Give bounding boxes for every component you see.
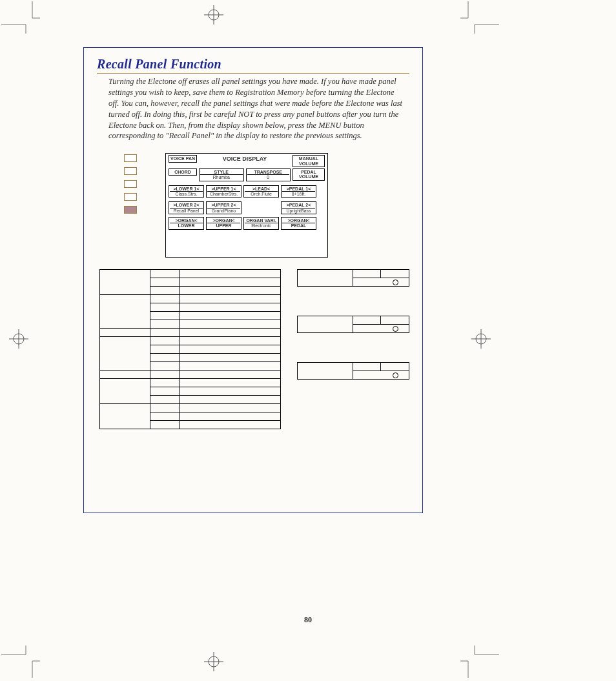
radio-marker <box>393 326 398 332</box>
lcd-lower2: >LOWER 2< Recall Panel <box>169 201 204 214</box>
lcd-pedal1: >PEDAL 1<8+16ft. <box>281 185 316 198</box>
lcd-pedal-volume: PEDAL VOLUME <box>293 168 325 181</box>
content-frame: Recall Panel Function Turning the Electo… <box>83 47 423 513</box>
lcd-chord: CHORD <box>169 168 197 176</box>
swatch <box>124 154 137 162</box>
lcd-upper2: >UPPER 2<GrandPiano <box>206 201 241 214</box>
swatch <box>124 193 137 201</box>
settings-table-left <box>99 269 281 429</box>
swatch <box>124 167 137 175</box>
body-paragraph: Turning the Electone off erases all pane… <box>108 76 406 141</box>
lcd-transpose: TRANSPOSE 0 <box>246 168 291 181</box>
lcd-title: VOICE DISPLAY <box>199 155 291 163</box>
tables-area <box>97 269 409 469</box>
lcd-manual-volume: MANUAL VOLUME <box>293 155 325 167</box>
page-number: 80 <box>0 615 616 625</box>
radio-marker <box>393 280 398 285</box>
lcd-organ-pedal: >ORGAN<PEDAL <box>281 217 316 230</box>
radio-marker <box>393 372 398 378</box>
display-area: VOICE PAN VOICE DISPLAY MANUAL VOLUME CH… <box>97 153 409 263</box>
lcd-pedal2: >PEDAL 2<UprightBass <box>281 201 316 214</box>
lcd-lower1: >LOWER 1<Class.Strs. <box>169 185 204 198</box>
lcd-organ-upper: >ORGAN<UPPER <box>206 217 241 230</box>
settings-table-r2 <box>297 316 409 333</box>
lcd-organ-vari: ORGAN VARI.Electronic <box>243 217 279 230</box>
lcd-lead: >LEAD<Orch.Flute <box>243 185 279 198</box>
swatch <box>124 180 137 188</box>
section-title: Recall Panel Function <box>97 57 409 74</box>
lcd-upper1: >UPPER 1<ChamberStrs. <box>206 185 241 198</box>
settings-table-r1 <box>297 269 409 287</box>
legend-swatches <box>124 154 137 219</box>
lcd-voice-pan: VOICE PAN <box>169 155 197 162</box>
lcd-panel: VOICE PAN VOICE DISPLAY MANUAL VOLUME CH… <box>165 153 328 258</box>
settings-table-r3 <box>297 362 409 380</box>
lcd-organ-lower: >ORGAN<LOWER <box>169 217 204 230</box>
lcd-style: STYLE Rhumba <box>199 168 244 181</box>
swatch-highlighted <box>124 206 137 214</box>
